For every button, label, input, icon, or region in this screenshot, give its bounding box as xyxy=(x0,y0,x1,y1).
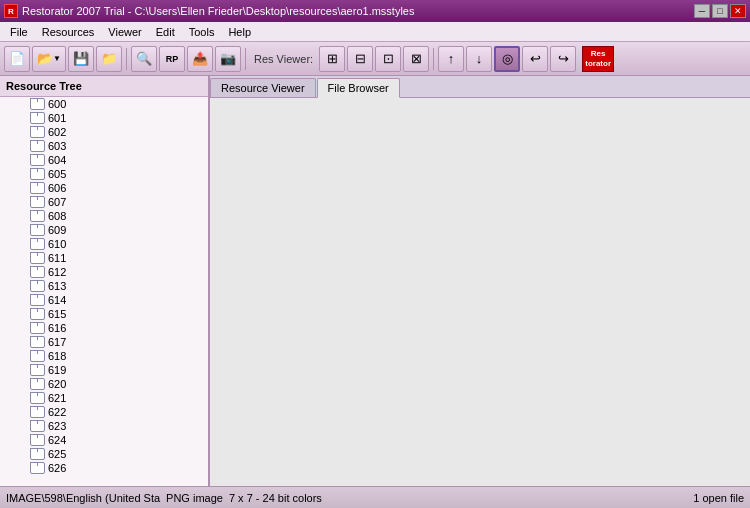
status-type: PNG image xyxy=(166,492,223,504)
undo-btn[interactable]: ↩ xyxy=(522,46,548,72)
status-bar: IMAGE\598\English (United Sta PNG image … xyxy=(0,486,750,508)
tree-item[interactable]: 622 xyxy=(0,405,208,419)
tree-item[interactable]: 604 xyxy=(0,153,208,167)
tree-item[interactable]: 621 xyxy=(0,391,208,405)
tree-item-label: 612 xyxy=(48,266,66,278)
sep3 xyxy=(433,48,434,70)
resource-tree-body[interactable]: 6006016026036046056066076086096106116126… xyxy=(0,97,208,486)
tree-item-label: 607 xyxy=(48,196,66,208)
close-button[interactable]: ✕ xyxy=(730,4,746,18)
status-open-files: 1 open file xyxy=(693,492,744,504)
tree-item-label: 618 xyxy=(48,350,66,362)
tree-item[interactable]: 600 xyxy=(0,97,208,111)
viewer-area xyxy=(210,98,750,486)
tree-item[interactable]: 613 xyxy=(0,279,208,293)
tab-resource-viewer[interactable]: Resource Viewer xyxy=(210,78,316,97)
tree-item[interactable]: 607 xyxy=(0,195,208,209)
file-icon xyxy=(30,238,44,250)
tree-item-label: 621 xyxy=(48,392,66,404)
file-icon xyxy=(30,168,44,180)
title-text: Restorator 2007 Trial - C:\Users\Ellen F… xyxy=(22,5,414,17)
down-btn[interactable]: ↓ xyxy=(466,46,492,72)
tree-item[interactable]: 619 xyxy=(0,363,208,377)
maximize-button[interactable]: □ xyxy=(712,4,728,18)
open-btn[interactable]: 📂▼ xyxy=(32,46,66,72)
file-icon xyxy=(30,406,44,418)
menu-item-file[interactable]: File xyxy=(4,24,34,40)
tree-item[interactable]: 608 xyxy=(0,209,208,223)
file-icon xyxy=(30,294,44,306)
menu-item-edit[interactable]: Edit xyxy=(150,24,181,40)
title-buttons: ─ □ ✕ xyxy=(694,4,746,18)
sep1 xyxy=(126,48,127,70)
tree-item-label: 608 xyxy=(48,210,66,222)
up-btn[interactable]: ↑ xyxy=(438,46,464,72)
tree-item-label: 601 xyxy=(48,112,66,124)
tree-item-label: 613 xyxy=(48,280,66,292)
file-icon xyxy=(30,140,44,152)
tree-item[interactable]: 626 xyxy=(0,461,208,475)
redo-btn[interactable]: ↪ xyxy=(550,46,576,72)
view-icon1-btn[interactable]: ⊞ xyxy=(319,46,345,72)
tree-item[interactable]: 602 xyxy=(0,125,208,139)
menu-item-tools[interactable]: Tools xyxy=(183,24,221,40)
tree-item-label: 626 xyxy=(48,462,66,474)
tree-item[interactable]: 616 xyxy=(0,321,208,335)
active-view-btn[interactable]: ◎ xyxy=(494,46,520,72)
status-dimensions: 7 x 7 - 24 bit colors xyxy=(229,492,322,504)
app-icon: R xyxy=(4,4,18,18)
view-icon2-btn[interactable]: ⊟ xyxy=(347,46,373,72)
menu-item-resources[interactable]: Resources xyxy=(36,24,101,40)
tree-item[interactable]: 603 xyxy=(0,139,208,153)
tree-item-label: 604 xyxy=(48,154,66,166)
save-btn[interactable]: 💾 xyxy=(68,46,94,72)
file-icon xyxy=(30,196,44,208)
menu-bar: FileResourcesViewerEditToolsHelp xyxy=(0,22,750,42)
file-icon xyxy=(30,462,44,474)
file-icon xyxy=(30,182,44,194)
tree-item[interactable]: 623 xyxy=(0,419,208,433)
new-btn[interactable]: 📄 xyxy=(4,46,30,72)
tree-item[interactable]: 612 xyxy=(0,265,208,279)
tree-item[interactable]: 605 xyxy=(0,167,208,181)
view-icon4-btn[interactable]: ⊠ xyxy=(403,46,429,72)
tree-item[interactable]: 624 xyxy=(0,433,208,447)
file-icon xyxy=(30,350,44,362)
tree-item[interactable]: 620 xyxy=(0,377,208,391)
tree-item-label: 617 xyxy=(48,336,66,348)
menu-item-help[interactable]: Help xyxy=(222,24,257,40)
view-icon3-btn[interactable]: ⊡ xyxy=(375,46,401,72)
file-icon xyxy=(30,154,44,166)
tree-item-label: 600 xyxy=(48,98,66,110)
tree-item[interactable]: 615 xyxy=(0,307,208,321)
tab-bar: Resource Viewer File Browser xyxy=(210,76,750,98)
menu-item-viewer[interactable]: Viewer xyxy=(102,24,147,40)
tree-item[interactable]: 618 xyxy=(0,349,208,363)
minimize-button[interactable]: ─ xyxy=(694,4,710,18)
tree-item-label: 609 xyxy=(48,224,66,236)
tree-item-label: 622 xyxy=(48,406,66,418)
rp-btn[interactable]: RP xyxy=(159,46,185,72)
tree-item-label: 620 xyxy=(48,378,66,390)
open2-btn[interactable]: 📁 xyxy=(96,46,122,72)
tree-item[interactable]: 617 xyxy=(0,335,208,349)
main-area: Resource Tree 60060160260360460560660760… xyxy=(0,76,750,486)
tree-item[interactable]: 614 xyxy=(0,293,208,307)
tree-item[interactable]: 601 xyxy=(0,111,208,125)
tree-item[interactable]: 625 xyxy=(0,447,208,461)
tree-item[interactable]: 609 xyxy=(0,223,208,237)
tree-item-label: 616 xyxy=(48,322,66,334)
tree-item[interactable]: 610 xyxy=(0,237,208,251)
camera-btn[interactable]: 📷 xyxy=(215,46,241,72)
tree-item[interactable]: 606 xyxy=(0,181,208,195)
export-btn[interactable]: 📤 xyxy=(187,46,213,72)
file-icon xyxy=(30,434,44,446)
file-icon xyxy=(30,112,44,124)
search-btn[interactable]: 🔍 xyxy=(131,46,157,72)
sep2 xyxy=(245,48,246,70)
tree-item[interactable]: 611 xyxy=(0,251,208,265)
toolbar: 📄 📂▼ 💾 📁 🔍 RP 📤 📷 Res Viewer: ⊞ ⊟ ⊡ ⊠ ↑ … xyxy=(0,42,750,76)
file-icon xyxy=(30,252,44,264)
file-icon xyxy=(30,98,44,110)
tab-file-browser[interactable]: File Browser xyxy=(317,78,400,98)
